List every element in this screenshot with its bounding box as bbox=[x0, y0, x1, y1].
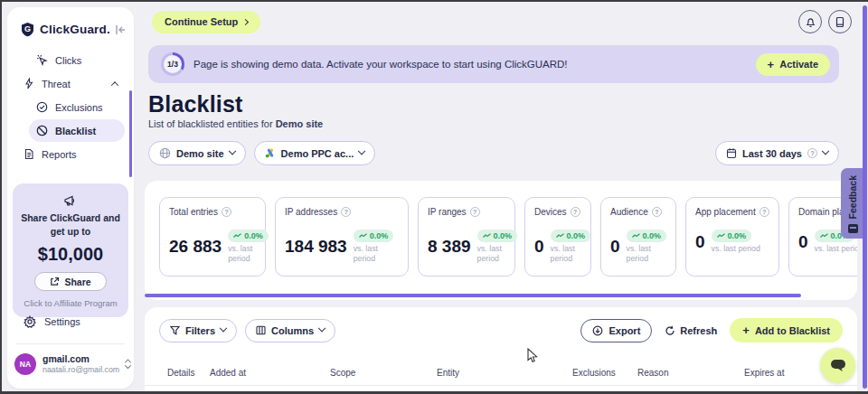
trend-up-icon bbox=[359, 233, 367, 239]
page-subtitle-text: List of blacklisted entities for bbox=[148, 118, 273, 129]
sidebar-item-threat[interactable]: Threat bbox=[16, 72, 125, 95]
sidebar-item-clicks[interactable]: Clicks bbox=[29, 49, 125, 71]
column-header-expires-at[interactable]: Expires at bbox=[744, 368, 784, 378]
guide-button[interactable] bbox=[828, 10, 852, 33]
column-header-added-at[interactable]: Added at bbox=[210, 368, 246, 378]
stats-panel: Total entries? 26 883 0.0% vs. last peri… bbox=[145, 181, 857, 300]
sidebar-item-reports[interactable]: Reports bbox=[16, 143, 125, 165]
column-header-exclusions[interactable]: Exclusions bbox=[572, 368, 616, 378]
cards-horizontal-scrollbar[interactable] bbox=[145, 294, 801, 297]
svg-text:G: G bbox=[24, 24, 31, 33]
export-icon bbox=[592, 325, 603, 336]
stat-value: 0 bbox=[798, 232, 808, 252]
account-selector[interactable]: Demo PPC ac... bbox=[254, 141, 376, 165]
column-header-scope[interactable]: Scope bbox=[330, 368, 355, 378]
info-icon: ? bbox=[222, 207, 231, 217]
trend-up-icon bbox=[717, 233, 725, 239]
stat-caption: vs. last period bbox=[551, 244, 590, 265]
trend-up-icon bbox=[233, 233, 241, 239]
continue-setup-label: Continue Setup bbox=[165, 16, 238, 27]
trend-badge: 0.0% bbox=[551, 230, 591, 242]
promo-text-line1: Share ClickGuard and bbox=[20, 211, 121, 225]
chevron-down-icon bbox=[822, 146, 829, 154]
threat-icon bbox=[24, 78, 34, 89]
megaphone-icon bbox=[63, 194, 78, 208]
feedback-label: Feedback bbox=[847, 175, 858, 219]
stat-caption: vs. last period bbox=[354, 244, 393, 265]
stat-label: IP ranges bbox=[428, 207, 467, 217]
add-to-blacklist-button[interactable]: + Add to Blacklist bbox=[730, 318, 843, 342]
sidebar-item-label: Reports bbox=[42, 149, 77, 160]
avatar: NA bbox=[14, 353, 36, 375]
plus-icon: + bbox=[768, 58, 775, 71]
user-name: gmail.com bbox=[42, 353, 119, 365]
column-header-details[interactable]: Details bbox=[167, 368, 195, 378]
columns-button[interactable]: Columns bbox=[245, 319, 335, 342]
site-selector-value: Demo site bbox=[176, 148, 224, 159]
info-icon: ? bbox=[571, 207, 580, 217]
page-scrollbar[interactable] bbox=[863, 5, 867, 389]
stat-caption: vs. last period bbox=[477, 244, 517, 265]
google-ads-icon bbox=[265, 148, 276, 158]
stat-label: Total entries bbox=[169, 207, 218, 217]
sidebar-scrollbar[interactable] bbox=[129, 90, 132, 177]
sidebar-item-blacklist[interactable]: Blacklist bbox=[29, 119, 125, 142]
activate-button[interactable]: + Activate bbox=[756, 53, 830, 76]
feedback-tab[interactable]: Feedback bbox=[841, 168, 864, 239]
info-icon: ? bbox=[807, 148, 817, 158]
trend-badge: 0.0% bbox=[712, 230, 752, 242]
window-frame-top bbox=[0, 0, 868, 2]
sidebar-item-label: Threat bbox=[42, 79, 71, 89]
promo-amount: $10,000 bbox=[20, 244, 121, 265]
site-selector[interactable]: Demo site bbox=[148, 141, 246, 165]
export-button[interactable]: Export bbox=[580, 319, 652, 342]
brand-name: ClickGuard. bbox=[40, 23, 110, 36]
user-email: naatali.ro@gmail.com bbox=[42, 365, 119, 375]
sidebar-item-settings[interactable]: Settings bbox=[16, 312, 88, 332]
column-header-entity[interactable]: Entity bbox=[437, 368, 459, 378]
sidebar-divider bbox=[16, 343, 125, 344]
column-header-reason[interactable]: Reason bbox=[637, 368, 668, 378]
account-selector-value: Demo PPC ac... bbox=[281, 148, 354, 159]
plus-icon: + bbox=[742, 324, 750, 337]
stat-card-devices: Devices? 0 0.0% vs. last period bbox=[524, 197, 591, 277]
filters-button[interactable]: Filters bbox=[159, 319, 237, 342]
clickguard-logo-icon: G bbox=[20, 22, 35, 37]
blacklist-table-panel: Filters Columns Export Refre bbox=[145, 307, 857, 394]
affiliate-promo-card[interactable]: Share ClickGuard and get up to $10,000 S… bbox=[13, 183, 128, 317]
book-icon bbox=[835, 16, 845, 28]
share-button[interactable]: Share bbox=[34, 272, 106, 291]
table-header-row: Details Added at Scope Entity Exclusions… bbox=[145, 361, 857, 385]
globe-icon bbox=[159, 147, 171, 159]
stat-value: 26 883 bbox=[169, 237, 222, 257]
selector-row: Demo site Demo PPC ac... Last 30 days ? bbox=[148, 141, 839, 165]
promo-caption: Click to Affiliate Program bbox=[20, 298, 121, 308]
stat-card-total-entries: Total entries? 26 883 0.0% vs. last peri… bbox=[159, 197, 266, 277]
sidebar-collapse-icon[interactable] bbox=[115, 24, 127, 35]
info-icon: ? bbox=[341, 207, 351, 217]
date-range-selector[interactable]: Last 30 days ? bbox=[715, 141, 839, 165]
refresh-button[interactable]: Refresh bbox=[665, 325, 717, 336]
sidebar-item-exclusions[interactable]: Exclusions bbox=[29, 96, 125, 118]
banner-message: Page is showing demo data. Activate your… bbox=[193, 59, 747, 70]
refresh-label: Refresh bbox=[680, 325, 717, 336]
user-menu[interactable]: NA gmail.com naatali.ro@gmail.com bbox=[14, 353, 128, 375]
chat-launcher-button[interactable] bbox=[820, 348, 855, 383]
user-menu-chevrons-icon bbox=[126, 359, 132, 371]
brand: G ClickGuard. bbox=[7, 7, 134, 48]
stat-value: 184 983 bbox=[285, 237, 347, 257]
sidebar-item-label: Clicks bbox=[55, 55, 81, 66]
columns-label: Columns bbox=[271, 325, 314, 336]
info-icon: ? bbox=[470, 207, 480, 217]
refresh-icon bbox=[665, 325, 675, 336]
stat-card-ip-addresses: IP addresses? 184 983 0.0% vs. last peri… bbox=[275, 197, 409, 277]
window-frame-left bbox=[0, 0, 2, 394]
promo-text-line2: get up to bbox=[20, 225, 121, 239]
setup-progress-ring: 1/3 bbox=[161, 52, 184, 76]
chevron-down-icon bbox=[318, 324, 326, 331]
continue-setup-button[interactable]: Continue Setup bbox=[152, 11, 260, 33]
notifications-button[interactable] bbox=[798, 10, 822, 33]
trend-badge: 0.0% bbox=[228, 230, 269, 242]
sidebar: G ClickGuard. Clicks Threat Exclusions bbox=[7, 7, 134, 389]
page-title: Blacklist bbox=[148, 91, 243, 117]
